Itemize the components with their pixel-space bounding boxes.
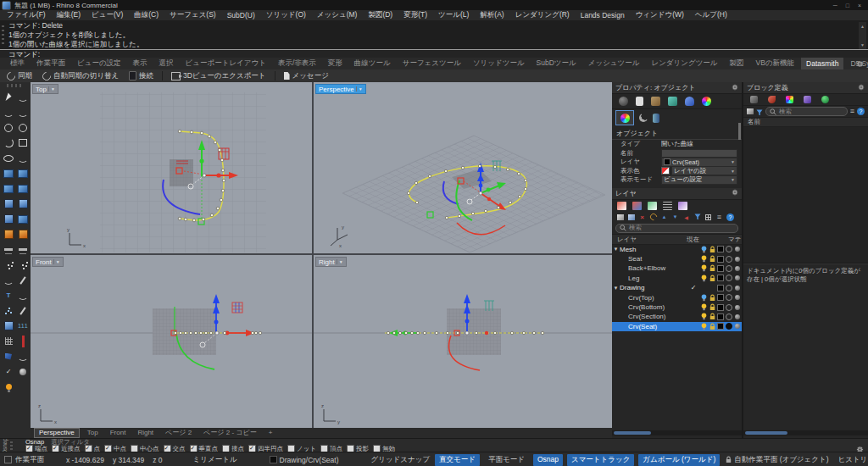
tool-icon[interactable] (2, 182, 15, 195)
tool-icon[interactable] (16, 91, 30, 103)
layer-color-swatch[interactable] (717, 285, 724, 291)
new-block-icon[interactable] (747, 108, 754, 114)
tool-icon[interactable] (2, 152, 15, 164)
layers-filter-tab-icon[interactable] (678, 202, 687, 210)
tool-icon[interactable] (16, 197, 30, 210)
layers-state-icon[interactable] (632, 202, 642, 210)
bulb-icon[interactable] (699, 275, 708, 282)
tool-icon[interactable] (2, 304, 15, 317)
tool-icon[interactable] (16, 380, 30, 393)
layer-row[interactable]: ▼ Drawing ✓ (612, 283, 742, 292)
minimize-button[interactable]: ─ (833, 3, 837, 8)
match-layer-button[interactable] (649, 214, 657, 221)
material-icon[interactable] (735, 266, 740, 271)
print-circle-icon[interactable] (726, 246, 732, 252)
tool-icon[interactable] (16, 319, 30, 332)
material-icon[interactable] (735, 305, 740, 310)
tool-icon[interactable] (2, 258, 15, 271)
material-icon[interactable] (735, 324, 740, 329)
menu-item[interactable]: ファイル(F) (7, 10, 46, 20)
tool-icon[interactable] (16, 152, 30, 164)
cplane-label[interactable]: 作業平面 (15, 455, 44, 465)
isocurve-icon[interactable] (639, 114, 648, 122)
print-circle-icon[interactable] (726, 256, 732, 263)
display-mode-dropdown[interactable]: ビューの設定 ▼ (661, 175, 737, 185)
gear-icon[interactable] (732, 189, 738, 197)
expand-arrow-icon[interactable]: ▼ (612, 286, 620, 291)
display-color-tab[interactable] (615, 110, 634, 125)
status-toggle-button[interactable]: Osnap (533, 454, 563, 466)
close-button[interactable]: × (858, 3, 861, 8)
print-circle-icon[interactable] (726, 275, 732, 281)
menu-item[interactable]: メッシュ(M) (317, 10, 358, 20)
status-toggle-button[interactable]: 直交モード (435, 454, 480, 466)
command-scroll[interactable]: ▲▼ (859, 22, 866, 49)
help-icon[interactable]: ? (857, 108, 865, 115)
toolbar-tab[interactable]: Datasmith (801, 58, 843, 69)
print-circle-icon[interactable] (726, 313, 732, 320)
toolbar-tab[interactable]: ビューの設定 (72, 57, 126, 70)
tool-icon[interactable] (2, 106, 15, 119)
print-circle-icon[interactable] (726, 323, 732, 330)
bulb-icon[interactable] (699, 313, 708, 320)
menu-item[interactable]: 製図(D) (368, 10, 392, 20)
material-icon[interactable] (735, 275, 740, 280)
command-history[interactable]: コマンド: Delete1個のオブジェクトを削除しました。1個の開いた曲線を選択… (0, 20, 868, 50)
menu-item[interactable]: レンダリング(R) (515, 10, 570, 20)
layer-color-swatch[interactable] (717, 265, 724, 272)
layer-color-swatch[interactable] (717, 275, 724, 281)
message-button[interactable]: メッセージ (281, 70, 332, 82)
tool-icon[interactable] (2, 197, 15, 210)
current-layer-indicator[interactable]: Drawing/Crv(Seat) (270, 456, 339, 464)
layers-tab-icon[interactable] (617, 202, 626, 210)
block-search-input[interactable]: 検索 (765, 107, 848, 116)
help-icon[interactable]: ? (726, 214, 734, 221)
block-tab-definitions-icon[interactable] (750, 96, 758, 103)
viewport-tab[interactable]: + (264, 429, 277, 437)
properties-tab-notes-icon[interactable] (636, 97, 643, 106)
print-circle-icon[interactable] (726, 304, 732, 311)
toolbar-tab[interactable]: 標準 (5, 57, 30, 70)
lock-icon[interactable] (708, 323, 716, 330)
tool-icon[interactable] (16, 121, 30, 134)
viewport-top[interactable]: Top▼ (31, 82, 312, 253)
viewport-tab[interactable]: Perspective (34, 428, 80, 438)
lock-icon[interactable] (708, 246, 716, 253)
gear-icon[interactable] (856, 60, 868, 68)
tool-icon[interactable] (2, 380, 15, 393)
toolbar-tab[interactable]: ビューポートレイアウト (181, 57, 271, 70)
tool-icon[interactable] (16, 258, 30, 271)
connect-button[interactable]: 接続 (125, 70, 157, 82)
layer-search-input[interactable]: 検索 (615, 224, 738, 233)
tool-icon[interactable] (2, 274, 15, 286)
material-icon[interactable] (735, 314, 740, 319)
viewport-tab[interactable]: Top (83, 429, 103, 437)
bulb-icon[interactable] (699, 246, 708, 253)
units-label[interactable]: ミリメートル (193, 455, 237, 465)
display-color-dropdown[interactable]: レイヤの設 ▼ (671, 166, 737, 175)
layer-dropdown[interactable]: Crv(Seat) ▼ (661, 158, 737, 167)
layer-row[interactable]: ▼ Crv(Top) ✓ (612, 292, 742, 302)
viewport-front[interactable]: Front▼ (31, 255, 312, 428)
menu-item[interactable]: ソリッド(O) (266, 10, 306, 20)
layer-row[interactable]: ▼ Crv(Seat) ✓ (612, 322, 742, 331)
block-hscrollbar[interactable] (743, 430, 868, 435)
tool-icon[interactable] (16, 304, 30, 317)
menu-item[interactable]: ウィンドウ(W) (636, 10, 684, 20)
lock-icon[interactable] (708, 275, 716, 282)
new-sublayer-button[interactable] (627, 214, 635, 221)
layer-row[interactable]: ▼ Crv(Bottom) ✓ (612, 302, 742, 312)
properties-tab-display-icon[interactable] (702, 97, 711, 106)
tool-icon[interactable] (16, 167, 30, 180)
layer-row[interactable]: ▼ Crv(Section) ✓ (612, 312, 742, 321)
chevron-down-icon[interactable]: ▼ (356, 86, 363, 92)
viewport-right-label[interactable]: Right▼ (315, 257, 347, 267)
bulb-icon[interactable] (699, 303, 708, 311)
bulb-icon[interactable] (699, 294, 708, 302)
auto-sync-toggle-button[interactable]: 自動同期の切り替え (39, 70, 122, 82)
print-circle-icon[interactable] (726, 294, 732, 301)
print-circle-icon[interactable] (726, 285, 732, 291)
material-icon[interactable] (735, 286, 740, 291)
layers-settings-icon[interactable] (648, 202, 657, 210)
record-history-toggle[interactable]: ヒストリを記録 (838, 455, 868, 465)
